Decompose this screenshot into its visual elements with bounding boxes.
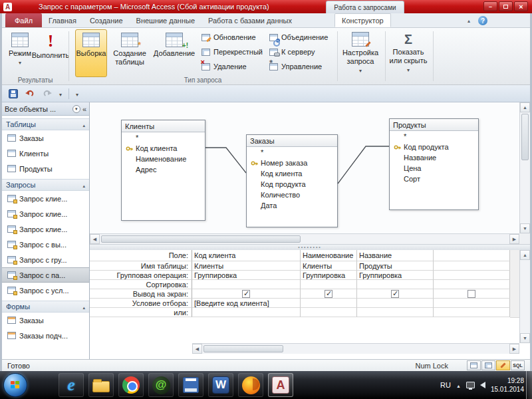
language-indicator[interactable]: RU	[440, 381, 451, 389]
query-setup-button[interactable]: Настройка запроса	[338, 29, 382, 77]
grid-cell-criteria[interactable]	[357, 299, 434, 308]
nav-item-form-orders[interactable]: Заказы	[2, 313, 89, 328]
field-row[interactable]: Код клиента	[122, 143, 205, 154]
nav-item-query-1[interactable]: Запрос клие...	[2, 191, 89, 206]
show-hide-button[interactable]: Σ Показать или скрыть	[386, 29, 430, 77]
run-button[interactable]: ! Выполнить	[34, 29, 67, 77]
field-row[interactable]: *	[247, 147, 337, 158]
grid-cell-table[interactable]: Клиенты	[192, 261, 301, 271]
make-table-button[interactable]: Создание таблицы	[108, 29, 151, 77]
delete-query-button[interactable]: Удаление	[199, 60, 249, 73]
scroll-right-icon[interactable]: ▶	[509, 344, 519, 354]
field-row[interactable]: Адрес	[122, 164, 205, 175]
nav-item-query-5[interactable]: Запрос с гру...	[2, 252, 89, 267]
scroll-left-icon[interactable]: ◀	[192, 344, 202, 354]
grid-cell-table[interactable]	[434, 261, 510, 271]
save-icon[interactable]	[9, 89, 18, 98]
pane-splitter[interactable]	[90, 245, 530, 250]
taskbar-internet-explorer[interactable]: e	[59, 373, 84, 397]
grid-cell-field[interactable]: Наименование	[301, 250, 357, 261]
grid-cell-or[interactable]	[434, 308, 510, 317]
nav-item-query-7[interactable]: Запрос с усл...	[2, 283, 89, 298]
scroll-track[interactable]	[520, 112, 530, 223]
sql-view-button[interactable]: SQL	[511, 360, 525, 370]
grid-cell-criteria[interactable]	[301, 299, 357, 308]
scroll-down-icon[interactable]: ▼	[520, 223, 530, 233]
taskbar-chrome[interactable]	[118, 373, 144, 397]
undo-icon[interactable]	[25, 89, 35, 98]
grid-cell-sort[interactable]	[301, 280, 357, 289]
tab-home[interactable]: Главная	[42, 13, 83, 27]
field-row[interactable]: Код продукта	[247, 179, 337, 190]
minimize-button[interactable]	[483, 1, 497, 11]
select-query-button[interactable]: Выборка	[75, 29, 107, 77]
grid-cell-total[interactable]	[434, 271, 510, 280]
nav-section-tables[interactable]: Таблицы	[2, 118, 89, 130]
nav-pane-header[interactable]: Все объекты ...	[2, 102, 89, 116]
tab-database-tools[interactable]: Работа с базами данных	[201, 13, 299, 27]
show-checkbox[interactable]	[325, 290, 332, 298]
pivottable-view-button[interactable]	[481, 360, 495, 370]
field-row[interactable]: Название	[390, 152, 478, 163]
show-checkbox[interactable]	[467, 290, 475, 298]
clock[interactable]: 19:28 15.01.2014	[491, 376, 524, 394]
scroll-track[interactable]	[520, 260, 530, 333]
grid-cell-sort[interactable]	[192, 280, 301, 289]
field-list-products[interactable]: Продукты * Код продукта Название Цена Со…	[389, 118, 479, 210]
grid-cell-field[interactable]: Название	[357, 250, 434, 261]
field-row[interactable]: Количество	[247, 190, 337, 200]
data-definition-button[interactable]: Управление	[267, 60, 325, 73]
grid-cell-or[interactable]	[192, 308, 301, 317]
collapse-pane-icon[interactable]	[82, 105, 86, 113]
maximize-button[interactable]	[499, 1, 513, 11]
nav-item-form-orders-sub[interactable]: Заказы подч...	[2, 328, 89, 343]
show-checkbox[interactable]	[242, 290, 250, 298]
access-app-icon[interactable]: A	[3, 3, 12, 11]
update-query-button[interactable]: Обновление	[199, 31, 259, 44]
show-checkbox[interactable]	[391, 290, 399, 298]
chevron-down-icon[interactable]	[59, 90, 62, 98]
field-list-title[interactable]: Продукты	[390, 119, 478, 131]
diagram-horizontal-scrollbar[interactable]: ◀ ▶	[90, 233, 519, 244]
field-row[interactable]: Цена	[390, 163, 478, 174]
grid-vertical-scrollbar[interactable]: ▲ ▼	[519, 250, 530, 343]
nav-menu-dropdown-icon[interactable]	[72, 105, 80, 113]
scroll-up-icon[interactable]: ▲	[520, 102, 530, 112]
grid-cell-or[interactable]	[357, 308, 434, 317]
nav-item-table-products[interactable]: Продукты	[2, 161, 89, 176]
grid-cell-sort[interactable]	[357, 280, 434, 289]
close-button[interactable]	[514, 1, 528, 11]
union-query-button[interactable]: Объединение	[267, 31, 331, 44]
nav-item-query-4[interactable]: Запрос с вы...	[2, 237, 89, 252]
nav-item-table-orders[interactable]: Заказы	[2, 130, 89, 146]
field-row[interactable]: Дата	[247, 200, 337, 211]
redo-icon[interactable]	[42, 89, 53, 98]
taskbar-explorer[interactable]	[88, 373, 114, 397]
scroll-up-icon[interactable]: ▲	[520, 250, 530, 260]
nav-item-query-3[interactable]: Запрос клие...	[2, 221, 89, 237]
field-row[interactable]: Наименование	[122, 154, 205, 164]
append-button[interactable]: Добавление	[154, 29, 195, 77]
scroll-left-icon[interactable]: ◀	[90, 234, 100, 244]
nav-section-forms[interactable]: Формы	[2, 301, 89, 313]
taskbar-access[interactable]: A	[268, 373, 293, 397]
nav-item-table-clients[interactable]: Клиенты	[2, 146, 89, 161]
field-list-orders[interactable]: Заказы * Номер заказа Код клиента Код пр…	[246, 134, 338, 227]
nav-section-queries[interactable]: Запросы	[2, 179, 89, 191]
view-mode-button[interactable]: Режим	[6, 29, 34, 77]
field-row[interactable]: Сорт	[390, 174, 478, 184]
field-row[interactable]: Код продукта	[390, 142, 478, 152]
taskbar-save-app[interactable]	[178, 373, 203, 397]
start-button[interactable]	[3, 373, 27, 397]
grid-cell-field[interactable]	[434, 250, 510, 261]
field-row[interactable]: *	[122, 132, 205, 143]
taskbar-word[interactable]: W	[208, 373, 233, 397]
volume-icon[interactable]	[480, 382, 485, 388]
grid-cell-table[interactable]: Клиенты	[301, 261, 357, 271]
field-list-clients[interactable]: Клиенты * Код клиента Наименование Адрес	[121, 120, 205, 221]
scroll-track[interactable]	[100, 234, 509, 244]
tab-create[interactable]: Создание	[83, 13, 130, 27]
hidden-icons-button[interactable]	[456, 381, 461, 389]
field-list-title[interactable]: Заказы	[247, 135, 337, 147]
field-row[interactable]: Номер заказа	[247, 158, 337, 168]
